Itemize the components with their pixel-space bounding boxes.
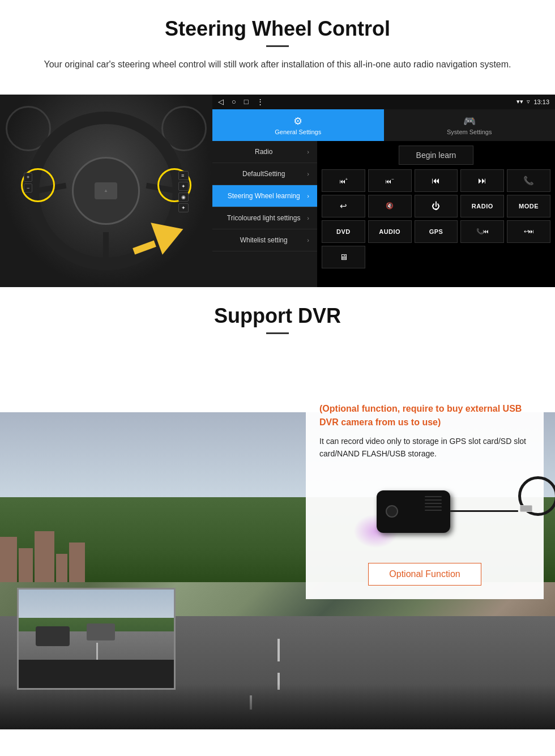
dvr-title-area: Support DVR xyxy=(0,287,555,356)
menu-whitelist-label: Whitelist setting xyxy=(220,236,307,244)
menu-item-steering[interactable]: Steering Wheel learning › xyxy=(212,185,317,207)
android-panel: ◁ ○ □ ⋮ ▾▾ ▿ 13:13 ⚙ General Settings xyxy=(212,95,555,287)
optional-function-button[interactable]: Optional Function xyxy=(368,563,481,586)
audio-label: AUDIO xyxy=(379,228,400,235)
settings-menu: Radio › DefaultSetting › Steering Wheel … xyxy=(212,141,317,287)
radio-label: RADIO xyxy=(472,203,493,210)
phone-prev-icon: 📞⏮ xyxy=(476,228,489,234)
status-bar: ◁ ○ □ ⋮ ▾▾ ▿ 13:13 xyxy=(212,95,555,109)
title-divider xyxy=(266,45,289,47)
ctrl-dvd[interactable]: DVD xyxy=(322,220,365,243)
ctrl-back-next[interactable]: ↩⏭ xyxy=(507,220,550,243)
chevron-icon: › xyxy=(307,170,309,177)
status-icons: ▾▾ ▿ 13:13 xyxy=(516,98,549,105)
settings-tabs: ⚙ General Settings 🎮 System Settings xyxy=(212,109,555,141)
steering-demo: ▲ + − ≡ ✦ ◉ ✦ xyxy=(0,95,555,287)
mode-label: MODE xyxy=(519,203,539,210)
menu-item-radio[interactable]: Radio › xyxy=(212,141,317,163)
prev-icon: ⏮ xyxy=(432,176,440,185)
optional-notice: (Optional function, require to buy exter… xyxy=(319,402,530,429)
ctrl-mute[interactable]: 🔇 xyxy=(368,195,412,217)
back-next-icon: ↩⏭ xyxy=(524,228,534,234)
settings-content: Radio › DefaultSetting › Steering Wheel … xyxy=(212,141,555,287)
vol-up-icon: ⏮+ xyxy=(339,177,348,185)
controls-grid: ⏮+ ⏮− ⏮ ⏭ 📞 xyxy=(322,169,550,268)
ctrl-phone[interactable]: 📞 xyxy=(507,169,550,192)
wifi-icon: ▿ xyxy=(527,98,530,105)
nav-home-icon[interactable]: ○ xyxy=(232,97,236,106)
back-icon: ↩ xyxy=(340,201,347,211)
ctrl-prev[interactable]: ⏮ xyxy=(415,169,458,192)
dvr-description: It can record video only to storage in G… xyxy=(319,435,530,460)
screen-icon: 🖥 xyxy=(339,252,348,262)
ctrl-back[interactable]: ↩ xyxy=(322,195,365,217)
nav-recent-icon[interactable]: □ xyxy=(244,97,249,106)
menu-radio-label: Radio xyxy=(220,148,307,156)
dvr-title-divider xyxy=(266,332,289,334)
dvr-preview-inset xyxy=(17,588,176,690)
chevron-icon: › xyxy=(307,237,309,244)
section-subtitle: Your original car's steering wheel contr… xyxy=(34,57,521,72)
dvr-title: Support DVR xyxy=(23,304,532,328)
dvr-background: (Optional function, require to buy exter… xyxy=(0,356,555,729)
tab-system-settings[interactable]: 🎮 System Settings xyxy=(384,109,556,141)
menu-tricolour-label: Tricoloured light settings xyxy=(220,214,307,222)
menu-item-default[interactable]: DefaultSetting › xyxy=(212,163,317,185)
chevron-icon: › xyxy=(307,193,309,199)
ctrl-screen[interactable]: 🖥 xyxy=(322,246,365,268)
gps-label: GPS xyxy=(429,228,443,235)
next-icon: ⏭ xyxy=(478,176,486,185)
controls-panel: Begin learn ⏮+ ⏮− ⏮ xyxy=(317,141,555,287)
begin-learn-button[interactable]: Begin learn xyxy=(399,146,474,165)
system-icon: 🎮 xyxy=(463,115,476,127)
page-title: Steering Wheel Control xyxy=(23,17,532,41)
menu-item-tricolour[interactable]: Tricoloured light settings › xyxy=(212,207,317,229)
ctrl-power[interactable]: ⏻ xyxy=(415,195,458,217)
ctrl-next[interactable]: ⏭ xyxy=(460,169,504,192)
nav-dots-icon[interactable]: ⋮ xyxy=(257,97,264,106)
dvd-label: DVD xyxy=(336,228,351,235)
gear-icon: ⚙ xyxy=(293,115,302,127)
chevron-icon: › xyxy=(307,215,309,221)
bottom-fade xyxy=(0,684,555,729)
menu-item-whitelist[interactable]: Whitelist setting › xyxy=(212,229,317,251)
chevron-icon: › xyxy=(307,148,309,155)
ctrl-vol-down[interactable]: ⏮− xyxy=(368,169,412,192)
ctrl-phone-prev[interactable]: 📞⏮ xyxy=(460,220,504,243)
phone-icon: 📞 xyxy=(523,176,534,186)
power-icon: ⏻ xyxy=(432,201,440,211)
ctrl-vol-up[interactable]: ⏮+ xyxy=(322,169,365,192)
mute-icon: 🔇 xyxy=(386,202,394,210)
dvr-section: Support DVR xyxy=(0,287,555,729)
ctrl-audio[interactable]: AUDIO xyxy=(368,220,412,243)
ctrl-gps[interactable]: GPS xyxy=(415,220,458,243)
menu-steering-label: Steering Wheel learning xyxy=(220,192,307,200)
clock: 13:13 xyxy=(533,99,549,105)
ctrl-mode[interactable]: MODE xyxy=(507,195,550,217)
nav-buttons: ◁ ○ □ ⋮ xyxy=(218,97,264,106)
steering-wheel-image: ▲ + − ≡ ✦ ◉ ✦ xyxy=(0,95,212,287)
tab-system-label: System Settings xyxy=(447,129,492,135)
steering-section: Steering Wheel Control Your original car… xyxy=(0,0,555,287)
ctrl-radio[interactable]: RADIO xyxy=(460,195,504,217)
tab-general-settings[interactable]: ⚙ General Settings xyxy=(212,109,384,141)
menu-default-label: DefaultSetting xyxy=(220,170,307,178)
tab-general-label: General Settings xyxy=(275,129,321,135)
vol-down-icon: ⏮− xyxy=(385,177,394,185)
nav-back-icon[interactable]: ◁ xyxy=(218,97,224,106)
signal-icon: ▾▾ xyxy=(516,98,523,105)
dvr-camera-image xyxy=(319,469,530,554)
dvr-info-box: (Optional function, require to buy exter… xyxy=(306,390,544,600)
